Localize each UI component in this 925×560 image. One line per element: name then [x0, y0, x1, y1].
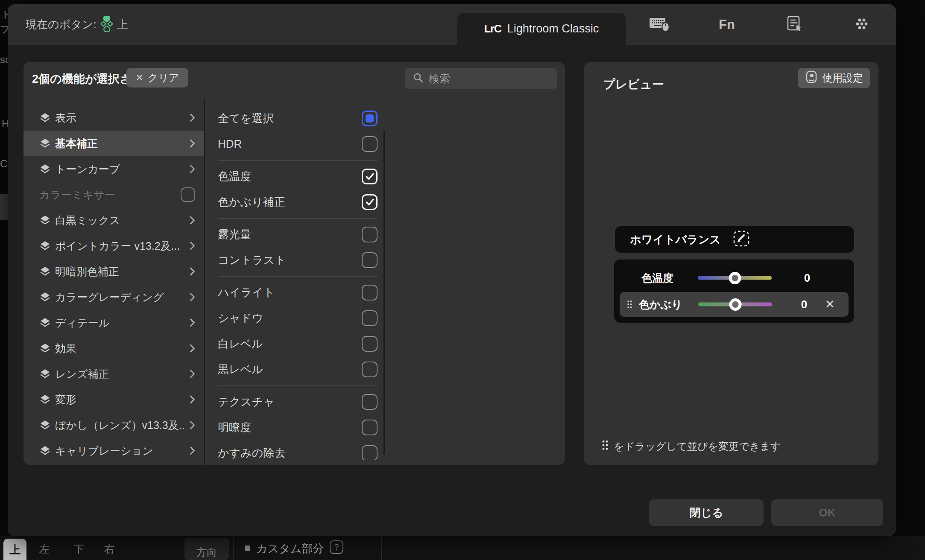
sidebar-item-5[interactable]: ポイントカラー v13.2及...: [23, 233, 204, 259]
macro-list-icon: [786, 16, 802, 34]
close-icon: ✕: [136, 73, 143, 83]
slider-track[interactable]: [698, 276, 772, 280]
slider-thumb[interactable]: [729, 272, 741, 284]
direction-box[interactable]: 方向: [184, 538, 229, 560]
layers-icon: [39, 317, 51, 329]
tab-fn[interactable]: Fn: [710, 4, 744, 45]
checkbox-indeterminate[interactable]: [362, 111, 378, 126]
clear-button[interactable]: ✕ クリア: [126, 68, 188, 88]
tab-apps[interactable]: [845, 4, 879, 45]
eyedropper-icon[interactable]: [733, 230, 750, 249]
sliders-card: 色温度 0色かぶり 0 ✕: [614, 260, 854, 323]
layers-icon: [39, 240, 51, 252]
chevron-right-icon: [190, 395, 195, 404]
function-row[interactable]: 全てを選択: [205, 105, 383, 131]
sidebar-item-2[interactable]: トーンカーブ: [23, 156, 204, 182]
checkbox-unchecked[interactable]: [362, 310, 378, 326]
checkbox-unchecked[interactable]: [362, 420, 378, 435]
help-icon[interactable]: ?: [330, 540, 343, 554]
background-block: [0, 194, 8, 220]
function-label: 色かぶり補正: [218, 195, 362, 210]
chevron-right-icon: [190, 369, 195, 379]
tab-lightroom-classic[interactable]: LrC Lightroom Classic: [457, 13, 626, 45]
checkbox-unchecked[interactable]: [362, 336, 378, 352]
sidebar-item-10[interactable]: レンズ補正: [23, 361, 204, 387]
direction-tab-上[interactable]: 上: [3, 539, 26, 560]
sidebar-item-3[interactable]: カラーミキサー: [23, 182, 204, 207]
direction-tab-左[interactable]: 左: [39, 542, 50, 556]
sidebar-item-6[interactable]: 明暗別色補正: [23, 259, 204, 284]
function-label: HDR: [218, 137, 362, 151]
sidebar-item-label: ぼかし（レンズ）v13.3及...: [55, 418, 185, 432]
checkbox-unchecked[interactable]: [362, 394, 378, 410]
layers-icon: [39, 138, 51, 149]
category-sidebar: 表示基本補正トーンカーブカラーミキサー白黒ミックスポイントカラー v13.2及.…: [23, 98, 204, 465]
function-row[interactable]: シャドウ: [205, 305, 383, 331]
custom-part-swatch: [245, 545, 250, 551]
direction-tab-右[interactable]: 右: [104, 542, 115, 556]
sidebar-item-label: 変形: [55, 393, 185, 407]
sidebar-item-11[interactable]: 変形: [23, 387, 204, 412]
checkbox-unchecked[interactable]: [362, 445, 378, 461]
function-label: シャドウ: [218, 311, 362, 326]
sidebar-item-7[interactable]: カラーグレーディング: [23, 284, 204, 310]
checkbox-unchecked[interactable]: [362, 252, 378, 268]
function-row[interactable]: テクスチャ: [205, 389, 383, 414]
checkbox-unchecked[interactable]: [181, 187, 195, 202]
layers-icon: [39, 420, 51, 431]
sidebar-item-9[interactable]: 効果: [23, 335, 204, 361]
layers-icon: [39, 266, 51, 277]
drag-handle-icon[interactable]: [627, 300, 632, 309]
sidebar-item-4[interactable]: 白黒ミックス: [23, 207, 204, 233]
device-icon: [805, 70, 818, 86]
function-row[interactable]: 黒レベル: [205, 356, 383, 382]
function-row[interactable]: 色温度: [205, 163, 383, 189]
sidebar-item-8[interactable]: ディテール: [23, 310, 204, 335]
function-row[interactable]: かすみの除去: [205, 440, 383, 460]
function-row[interactable]: 色かぶり補正: [205, 189, 383, 215]
search-input[interactable]: 検索: [405, 68, 557, 89]
chevron-right-icon: [190, 446, 195, 455]
layers-icon: [39, 368, 51, 380]
lrc-logo: LrC: [484, 23, 501, 35]
tab-macro[interactable]: [777, 4, 811, 45]
function-row[interactable]: 白レベル: [205, 331, 383, 356]
checkbox-unchecked[interactable]: [362, 362, 378, 377]
close-button[interactable]: 閉じる: [649, 499, 764, 526]
scrollbar[interactable]: [383, 130, 385, 455]
use-settings-button[interactable]: 使用設定: [798, 68, 870, 88]
sidebar-item-12[interactable]: ぼかし（レンズ）v13.3及...: [23, 412, 204, 438]
checkbox-unchecked[interactable]: [362, 227, 378, 242]
layers-icon: [39, 292, 51, 303]
direction-tab-下[interactable]: 下: [73, 542, 84, 556]
function-row[interactable]: 露光量: [205, 222, 383, 247]
tab-keyboard-mouse[interactable]: [642, 4, 676, 45]
slider-value: 0: [796, 298, 813, 311]
ok-button[interactable]: OK: [771, 499, 883, 526]
remove-icon[interactable]: ✕: [825, 298, 835, 311]
slider-track[interactable]: [698, 303, 772, 306]
checkbox-checked[interactable]: [362, 194, 378, 210]
sidebar-item-13[interactable]: キャリブレーション: [23, 438, 204, 464]
sidebar-item-label: 白黒ミックス: [55, 213, 185, 228]
function-row[interactable]: コントラスト: [205, 247, 383, 273]
chevron-right-icon: [190, 113, 195, 122]
group-divider: [218, 160, 378, 161]
sidebar-item-1[interactable]: 基本補正: [23, 131, 204, 156]
keyboard-mouse-icon: [649, 16, 670, 33]
sidebar-item-0[interactable]: 表示: [23, 105, 204, 131]
fn-icon: Fn: [719, 17, 735, 32]
preview-panel: プレビュー 使用設定 ホワイトバランス 色温度 0色かぶり 0 ✕ をドラッグし…: [584, 62, 878, 465]
function-row[interactable]: ハイライト: [205, 280, 383, 305]
checkbox-unchecked[interactable]: [362, 285, 378, 300]
current-button-label: 現在のボタン:: [26, 17, 97, 32]
layers-icon: [39, 163, 51, 175]
slider-row[interactable]: 色温度 0: [614, 265, 854, 291]
white-balance-title: ホワイトバランス: [630, 232, 721, 247]
slider-row-highlighted[interactable]: 色かぶり 0 ✕: [620, 292, 849, 317]
function-row[interactable]: HDR: [205, 131, 383, 157]
function-row[interactable]: 明瞭度: [205, 414, 383, 440]
checkbox-checked[interactable]: [362, 169, 378, 184]
checkbox-unchecked[interactable]: [362, 136, 378, 152]
slider-thumb[interactable]: [729, 298, 741, 311]
